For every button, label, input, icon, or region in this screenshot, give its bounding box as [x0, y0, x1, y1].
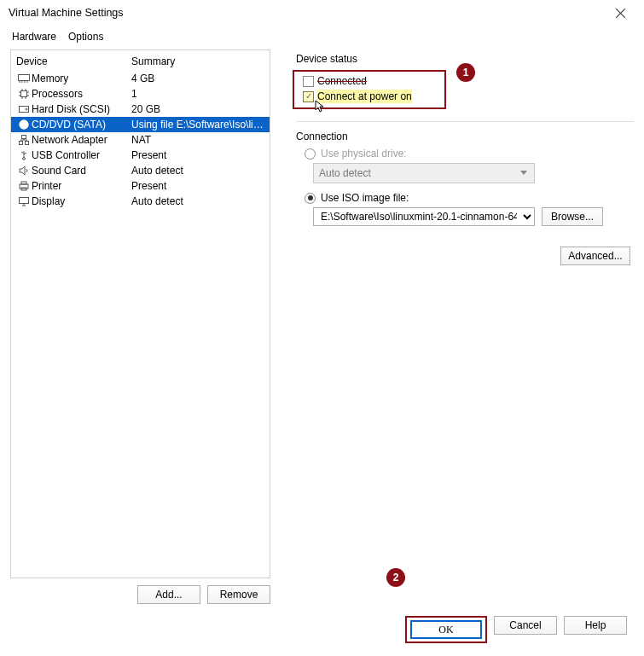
device-status-group: Connected Connect at power on [293, 70, 446, 109]
svg-rect-20 [22, 136, 26, 139]
svg-rect-32 [20, 198, 29, 204]
device-summary: 4 GB [131, 73, 264, 84]
device-name: Network Adapter [32, 134, 131, 146]
device-row-harddisk[interactable]: Hard Disk (SCSI) 20 GB [11, 102, 270, 117]
device-row-memory[interactable]: Memory 4 GB [11, 71, 270, 86]
separator [296, 121, 634, 122]
device-name: Printer [32, 180, 131, 192]
use-physical-label: Use physical drive: [321, 148, 407, 160]
printer-icon [16, 181, 32, 191]
use-iso-label: Use ISO image file: [321, 192, 409, 204]
usb-icon [16, 150, 32, 160]
annotation-badge-2: 2 [386, 568, 405, 587]
device-summary: Auto detect [131, 165, 264, 177]
device-summary: Present [131, 149, 264, 161]
device-name: CD/DVD (SATA) [32, 119, 131, 131]
connected-checkbox[interactable] [303, 76, 314, 87]
device-row-sound[interactable]: Sound Card Auto detect [11, 163, 270, 178]
svg-point-27 [23, 158, 26, 160]
device-name: Hard Disk (SCSI) [32, 103, 131, 115]
use-iso-row[interactable]: Use ISO image file: [305, 192, 634, 204]
device-summary: 1 [131, 88, 264, 100]
memory-icon [16, 74, 32, 83]
cd-icon [16, 119, 32, 130]
cancel-button[interactable]: Cancel [494, 616, 557, 635]
device-panel: Device Summary Memory 4 GB Processors 1 … [10, 49, 270, 604]
device-summary: Using file E:\Software\Iso\lin... [131, 119, 264, 131]
tab-hardware[interactable]: Hardware [12, 31, 56, 43]
connection-group: Connection Use physical drive: Auto dete… [296, 131, 634, 226]
svg-point-17 [26, 108, 27, 110]
window-title: Virtual Machine Settings [9, 7, 124, 19]
add-button[interactable]: Add... [137, 585, 200, 604]
connected-row[interactable]: Connected [303, 74, 436, 88]
ok-button[interactable]: OK [410, 620, 482, 639]
close-button[interactable] [603, 2, 637, 24]
device-summary: Auto detect [131, 195, 264, 207]
connected-label: Connected [317, 74, 367, 88]
device-row-processors[interactable]: Processors 1 [11, 86, 270, 102]
ok-highlight: OK [405, 616, 487, 643]
svg-rect-2 [19, 75, 30, 81]
cpu-icon [16, 89, 32, 99]
svg-point-19 [23, 124, 26, 126]
use-physical-radio[interactable] [305, 148, 316, 160]
sound-icon [16, 165, 32, 176]
device-list: Device Summary Memory 4 GB Processors 1 … [10, 49, 270, 578]
close-icon [616, 9, 625, 18]
svg-rect-21 [20, 142, 23, 145]
device-list-buttons: Add... Remove [10, 578, 270, 604]
device-row-usb[interactable]: USB Controller Present [11, 148, 270, 163]
device-row-display[interactable]: Display Auto detect [11, 194, 270, 209]
disk-icon [16, 104, 32, 114]
device-list-header: Device Summary [11, 50, 270, 71]
use-physical-row[interactable]: Use physical drive: [305, 148, 634, 160]
network-icon [16, 135, 32, 145]
connect-at-poweron-checkbox[interactable] [303, 91, 314, 102]
device-name: Memory [32, 73, 131, 84]
device-name: Sound Card [32, 165, 131, 177]
physical-drive-combo[interactable]: Auto detect [313, 163, 535, 183]
device-row-cddvd[interactable]: CD/DVD (SATA) Using file E:\Software\Iso… [11, 117, 270, 132]
browse-button[interactable]: Browse... [542, 207, 603, 226]
device-row-network[interactable]: Network Adapter NAT [11, 132, 270, 148]
device-name: USB Controller [32, 149, 131, 161]
display-icon [16, 196, 32, 206]
connect-at-poweron-row[interactable]: Connect at power on [303, 90, 436, 103]
use-iso-radio[interactable] [305, 193, 316, 204]
device-summary: 20 GB [131, 103, 264, 115]
device-name: Display [32, 195, 131, 207]
device-summary: Present [131, 180, 264, 192]
settings-panel: Device status Connected Connect at power… [296, 49, 634, 604]
svg-rect-7 [21, 91, 27, 97]
connect-at-poweron-label: Connect at power on [317, 90, 412, 103]
titlebar: Virtual Machine Settings [0, 0, 644, 26]
device-summary: NAT [131, 134, 264, 146]
device-name: Processors [32, 88, 131, 100]
annotation-badge-1: 1 [456, 63, 475, 82]
advanced-button[interactable]: Advanced... [560, 247, 630, 265]
connection-label: Connection [296, 131, 634, 142]
iso-file-combo[interactable]: E:\Software\Iso\linuxmint-20.1-cinnamon-… [313, 207, 535, 226]
header-device: Device [16, 55, 131, 67]
header-summary: Summary [131, 55, 264, 67]
tab-options[interactable]: Options [68, 31, 103, 43]
svg-rect-22 [26, 142, 29, 145]
help-button[interactable]: Help [564, 616, 627, 635]
dialog-buttons: 2 OK Cancel Help [10, 604, 634, 643]
remove-button[interactable]: Remove [207, 585, 270, 604]
tabs: Hardware Options [10, 26, 634, 49]
svg-rect-30 [21, 182, 26, 184]
device-row-printer[interactable]: Printer Present [11, 178, 270, 194]
